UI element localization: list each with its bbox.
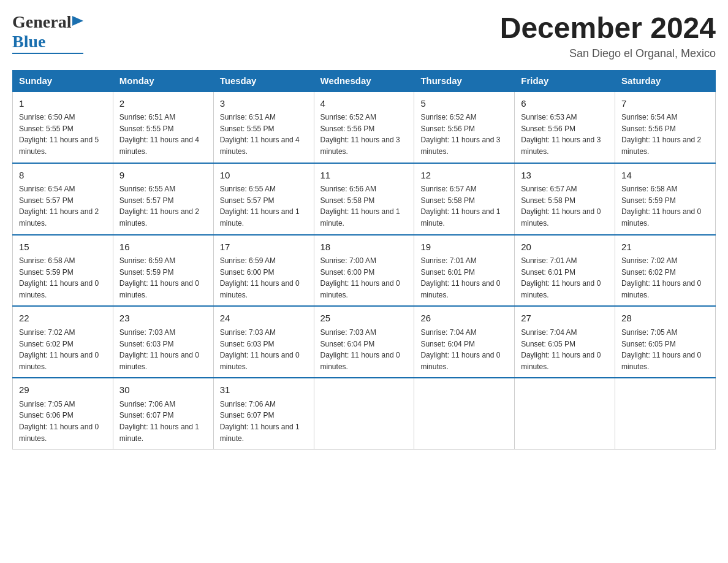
day-info: Sunrise: 7:00 AM Sunset: 6:00 PM Dayligh… [320,255,408,301]
sunrise-label: Sunrise: 6:55 AM [220,185,276,193]
day-info: Sunrise: 6:58 AM Sunset: 5:59 PM Dayligh… [621,183,709,229]
daylight-label: Daylight: 11 hours and 1 minute. [220,207,300,228]
daylight-label: Daylight: 11 hours and 3 minutes. [420,136,500,156]
day-info: Sunrise: 7:02 AM Sunset: 6:02 PM Dayligh… [19,327,107,372]
calendar-day-cell: 14 Sunrise: 6:58 AM Sunset: 5:59 PM Dayl… [615,163,716,235]
sunset-label: Sunset: 6:07 PM [220,411,275,419]
day-info: Sunrise: 6:53 AM Sunset: 5:56 PM Dayligh… [521,112,609,157]
sunrise-label: Sunrise: 6:55 AM [119,185,175,193]
calendar-day-cell: 17 Sunrise: 6:59 AM Sunset: 6:00 PM Dayl… [213,235,314,307]
day-info: Sunrise: 7:05 AM Sunset: 6:05 PM Dayligh… [621,327,709,372]
day-info: Sunrise: 6:54 AM Sunset: 5:57 PM Dayligh… [19,183,107,229]
daylight-label: Daylight: 11 hours and 0 minutes. [621,207,701,228]
calendar-week-row: 22 Sunrise: 7:02 AM Sunset: 6:02 PM Dayl… [13,306,716,378]
daylight-label: Daylight: 11 hours and 2 minutes. [621,136,701,156]
sunset-label: Sunset: 5:55 PM [119,124,174,133]
calendar-day-cell: 11 Sunrise: 6:56 AM Sunset: 5:58 PM Dayl… [314,163,414,235]
sunset-label: Sunset: 6:03 PM [220,340,275,348]
calendar-day-cell: 6 Sunrise: 6:53 AM Sunset: 5:56 PM Dayli… [515,91,615,163]
calendar-header-wednesday: Wednesday [314,70,414,91]
day-info: Sunrise: 6:52 AM Sunset: 5:56 PM Dayligh… [320,112,408,157]
daylight-label: Daylight: 11 hours and 1 minute. [420,207,500,228]
sunrise-label: Sunrise: 7:05 AM [19,400,75,408]
day-info: Sunrise: 7:04 AM Sunset: 6:04 PM Dayligh… [420,327,508,372]
calendar-day-cell: 16 Sunrise: 6:59 AM Sunset: 5:59 PM Dayl… [113,235,213,307]
sunrise-label: Sunrise: 7:00 AM [320,256,376,265]
day-number: 7 [621,97,709,111]
day-info: Sunrise: 7:01 AM Sunset: 6:01 PM Dayligh… [420,255,508,301]
sunset-label: Sunset: 5:56 PM [621,124,676,133]
daylight-label: Daylight: 11 hours and 1 minute. [119,423,199,443]
sunrise-label: Sunrise: 7:06 AM [220,400,276,408]
month-title: December 2024 [500,12,716,45]
day-number: 2 [119,97,207,111]
day-info: Sunrise: 6:54 AM Sunset: 5:56 PM Dayligh… [621,112,709,157]
sunrise-label: Sunrise: 6:59 AM [220,256,276,265]
sunset-label: Sunset: 6:05 PM [521,340,575,348]
daylight-label: Daylight: 11 hours and 0 minutes. [220,351,300,371]
sunrise-label: Sunrise: 7:03 AM [220,328,276,337]
logo-area: General Blue [12,12,83,54]
day-info: Sunrise: 6:50 AM Sunset: 5:55 PM Dayligh… [19,112,107,157]
title-area: December 2024 San Diego el Organal, Mexi… [500,12,716,60]
daylight-label: Daylight: 11 hours and 2 minutes. [119,207,199,228]
calendar-day-cell: 21 Sunrise: 7:02 AM Sunset: 6:02 PM Dayl… [615,235,716,307]
daylight-label: Daylight: 11 hours and 0 minutes. [119,351,199,371]
daylight-label: Daylight: 11 hours and 0 minutes. [19,279,99,299]
day-number: 10 [220,169,308,183]
calendar-header-sunday: Sunday [13,70,113,91]
day-number: 1 [19,97,107,111]
day-number: 21 [621,240,709,255]
day-info: Sunrise: 6:59 AM Sunset: 5:59 PM Dayligh… [119,255,207,301]
sunrise-label: Sunrise: 6:58 AM [621,185,677,193]
sunset-label: Sunset: 5:58 PM [420,196,475,205]
sunrise-label: Sunrise: 7:05 AM [621,328,677,337]
sunset-label: Sunset: 5:56 PM [420,124,475,133]
calendar-day-cell: 4 Sunrise: 6:52 AM Sunset: 5:56 PM Dayli… [314,91,414,163]
calendar-day-cell: 12 Sunrise: 6:57 AM Sunset: 5:58 PM Dayl… [414,163,515,235]
sunrise-label: Sunrise: 6:57 AM [521,185,577,193]
day-number: 19 [420,240,508,255]
day-info: Sunrise: 6:52 AM Sunset: 5:56 PM Dayligh… [420,112,508,157]
daylight-label: Daylight: 11 hours and 0 minutes. [521,207,601,228]
sunset-label: Sunset: 6:03 PM [119,340,174,348]
calendar-header-saturday: Saturday [615,70,716,91]
day-number: 14 [621,169,709,183]
day-number: 13 [521,169,609,183]
daylight-label: Daylight: 11 hours and 0 minutes. [420,279,500,299]
day-info: Sunrise: 6:51 AM Sunset: 5:55 PM Dayligh… [220,112,308,157]
calendar-day-cell [414,378,515,449]
daylight-label: Daylight: 11 hours and 0 minutes. [521,351,601,371]
page-header: General Blue December 2024 San Diego el … [12,12,716,60]
sunrise-label: Sunrise: 6:54 AM [621,113,677,121]
sunrise-label: Sunrise: 6:59 AM [119,256,175,265]
daylight-label: Daylight: 11 hours and 0 minutes. [220,279,300,299]
day-info: Sunrise: 6:55 AM Sunset: 5:57 PM Dayligh… [119,183,207,229]
calendar-day-cell: 25 Sunrise: 7:03 AM Sunset: 6:04 PM Dayl… [314,306,414,378]
sunrise-label: Sunrise: 7:01 AM [420,256,476,265]
day-info: Sunrise: 7:05 AM Sunset: 6:06 PM Dayligh… [19,399,107,444]
sunset-label: Sunset: 5:57 PM [119,196,174,205]
sunrise-label: Sunrise: 6:51 AM [220,113,276,121]
daylight-label: Daylight: 11 hours and 5 minutes. [19,136,99,156]
calendar-week-row: 8 Sunrise: 6:54 AM Sunset: 5:57 PM Dayli… [13,163,716,235]
day-number: 6 [521,97,609,111]
daylight-label: Daylight: 11 hours and 3 minutes. [521,136,601,156]
calendar-header-row: SundayMondayTuesdayWednesdayThursdayFrid… [13,70,716,91]
day-info: Sunrise: 6:59 AM Sunset: 6:00 PM Dayligh… [220,255,308,301]
daylight-label: Daylight: 11 hours and 0 minutes. [320,279,400,299]
day-info: Sunrise: 7:03 AM Sunset: 6:03 PM Dayligh… [119,327,207,372]
calendar-header-monday: Monday [113,70,213,91]
daylight-label: Daylight: 11 hours and 2 minutes. [19,207,99,228]
day-number: 18 [320,240,408,255]
day-info: Sunrise: 6:56 AM Sunset: 5:58 PM Dayligh… [320,183,408,229]
logo-general: General [12,12,71,32]
calendar-day-cell: 9 Sunrise: 6:55 AM Sunset: 5:57 PM Dayli… [113,163,213,235]
calendar-day-cell: 5 Sunrise: 6:52 AM Sunset: 5:56 PM Dayli… [414,91,515,163]
daylight-label: Daylight: 11 hours and 0 minutes. [621,351,701,371]
day-number: 30 [119,383,207,397]
day-number: 26 [420,312,508,326]
logo-blue-row: Blue [12,32,45,52]
calendar-day-cell: 3 Sunrise: 6:51 AM Sunset: 5:55 PM Dayli… [213,91,314,163]
sunset-label: Sunset: 6:04 PM [320,340,375,348]
